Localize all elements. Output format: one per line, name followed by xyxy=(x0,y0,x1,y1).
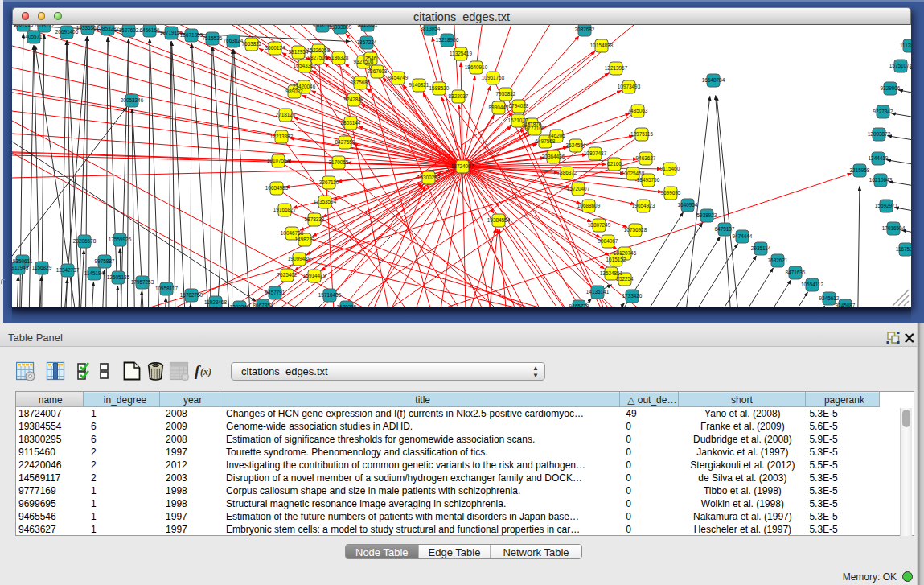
svg-text:10756928: 10756928 xyxy=(624,227,647,233)
svg-text:1640954: 1640954 xyxy=(678,202,698,208)
svg-text:16120746: 16120746 xyxy=(614,250,637,256)
svg-text:9463627: 9463627 xyxy=(636,155,656,161)
svg-text:8990443: 8990443 xyxy=(489,105,509,110)
svg-text:8471636: 8471636 xyxy=(786,270,806,275)
svg-text:252254: 252254 xyxy=(616,276,634,282)
svg-text:12213967: 12213967 xyxy=(605,65,628,71)
svg-text:3660124: 3660124 xyxy=(265,45,285,51)
svg-text:19384554: 19384554 xyxy=(487,217,511,223)
svg-text:2803144: 2803144 xyxy=(341,120,361,126)
svg-text:2546: 2546 xyxy=(365,56,377,61)
svg-text:10543362: 10543362 xyxy=(294,63,317,68)
svg-text:17016504: 17016504 xyxy=(882,225,906,231)
svg-text:7955812: 7955812 xyxy=(496,91,516,97)
svg-text:14055712: 14055712 xyxy=(23,34,46,39)
svg-text:7663822: 7663822 xyxy=(242,41,262,47)
svg-text:3170065: 3170065 xyxy=(329,159,349,165)
svg-text:18495756: 18495756 xyxy=(637,177,660,183)
svg-text:7386372: 7386372 xyxy=(557,170,577,175)
svg-text:7663824: 7663824 xyxy=(224,38,244,43)
svg-text:18807249: 18807249 xyxy=(588,222,611,228)
svg-text:9699695: 9699695 xyxy=(661,190,681,196)
svg-text:12353594: 12353594 xyxy=(314,199,337,204)
svg-text:12505135: 12505135 xyxy=(107,274,130,280)
svg-text:9827506: 9827506 xyxy=(308,55,328,60)
svg-text:9084067: 9084067 xyxy=(598,238,618,244)
svg-text:20053346: 20053346 xyxy=(121,97,144,103)
svg-text:8427552: 8427552 xyxy=(335,139,355,145)
svg-text:8322037: 8322037 xyxy=(449,93,469,99)
svg-text:12342737: 12342737 xyxy=(56,267,80,273)
svg-text:15716485: 15716485 xyxy=(318,292,342,298)
svg-text:12975115: 12975115 xyxy=(630,131,653,137)
svg-text:7857224: 7857224 xyxy=(357,39,377,45)
svg-text:7515526: 7515526 xyxy=(203,35,223,41)
svg-text:2053172: 2053172 xyxy=(35,25,55,28)
svg-text:8186328: 8186328 xyxy=(329,55,349,60)
svg-text:10154838: 10154838 xyxy=(590,43,614,48)
svg-text:3624554: 3624554 xyxy=(566,142,586,148)
svg-text:3215958: 3215958 xyxy=(850,167,870,173)
svg-text:10046788: 10046788 xyxy=(281,230,304,236)
svg-text:9329906: 9329906 xyxy=(881,85,901,91)
svg-text:10807487: 10807487 xyxy=(584,150,607,156)
svg-text:16210643: 16210643 xyxy=(869,177,893,183)
svg-text:10961758: 10961758 xyxy=(482,75,505,80)
svg-text:3875685: 3875685 xyxy=(351,80,371,85)
svg-text:9146821: 9146821 xyxy=(409,82,429,88)
svg-text:19099489: 19099489 xyxy=(288,256,311,262)
svg-text:989032: 989032 xyxy=(285,89,303,94)
svg-text:1733426: 1733426 xyxy=(622,293,643,299)
svg-text:11923468: 11923468 xyxy=(204,299,227,305)
svg-text:19166827: 19166827 xyxy=(273,207,297,212)
svg-text:62160: 62160 xyxy=(607,161,622,167)
svg-text:23420046: 23420046 xyxy=(293,84,316,89)
svg-text:16914479: 16914479 xyxy=(303,273,326,278)
svg-text:1167531: 1167531 xyxy=(896,246,911,252)
svg-text:2087682: 2087682 xyxy=(575,27,595,32)
svg-text:7625402: 7625402 xyxy=(277,272,298,278)
svg-text:15751074: 15751074 xyxy=(889,63,911,68)
svg-text:9474444: 9474444 xyxy=(733,233,753,239)
svg-text:1112873: 1112873 xyxy=(900,43,911,48)
svg-text:2718126: 2718126 xyxy=(276,112,296,117)
svg-text:2935114: 2935114 xyxy=(751,245,771,251)
svg-text:8813054: 8813054 xyxy=(421,26,441,31)
svg-text:5878332: 5878332 xyxy=(305,216,325,222)
svg-text:20206578: 20206578 xyxy=(73,238,97,244)
svg-text:16671355: 16671355 xyxy=(180,32,203,38)
svg-text:9350611: 9350611 xyxy=(13,258,33,264)
svg-text:10688609: 10688609 xyxy=(577,203,601,208)
svg-text:9227342: 9227342 xyxy=(873,109,893,114)
svg-text:9457791: 9457791 xyxy=(265,290,285,295)
svg-text:10853287: 10853287 xyxy=(97,26,120,31)
svg-text:12093872: 12093872 xyxy=(868,131,891,137)
svg-text:16648784: 16648784 xyxy=(702,77,725,83)
svg-text:10654112: 10654112 xyxy=(801,282,823,287)
svg-text:3267110: 3267110 xyxy=(319,179,339,185)
svg-text:1527602: 1527602 xyxy=(119,27,139,33)
svg-text:17559926: 17559926 xyxy=(109,237,132,242)
svg-text:1244419: 1244419 xyxy=(869,155,889,161)
svg-text:16033809: 16033809 xyxy=(329,25,352,30)
svg-text:1498222: 1498222 xyxy=(295,237,315,242)
svg-text:15692971: 15692971 xyxy=(875,203,898,208)
svg-text:3912954: 3912954 xyxy=(289,49,309,55)
svg-text:15300293: 15300293 xyxy=(417,175,441,180)
svg-text:8454749: 8454749 xyxy=(388,75,409,80)
svg-text:12213382: 12213382 xyxy=(270,134,294,139)
svg-text:1588520: 1588520 xyxy=(429,85,450,91)
svg-text:17957253: 17957253 xyxy=(131,279,154,285)
svg-text:18724007: 18724007 xyxy=(451,163,474,169)
svg-text:13218906: 13218906 xyxy=(436,37,459,43)
svg-text:9245612: 9245612 xyxy=(819,295,840,301)
svg-text:2367608: 2367608 xyxy=(368,68,388,74)
svg-text:20691406: 20691406 xyxy=(55,29,79,35)
svg-text:15226058: 15226058 xyxy=(307,47,331,53)
svg-text:(x): (x) xyxy=(200,366,211,377)
svg-text:10654985: 10654985 xyxy=(265,185,289,191)
svg-text:10025458: 10025458 xyxy=(622,171,645,176)
svg-text:6466160: 6466160 xyxy=(140,27,160,33)
svg-text:7485063: 7485063 xyxy=(628,108,648,113)
svg-text:5938923: 5938923 xyxy=(697,212,717,218)
